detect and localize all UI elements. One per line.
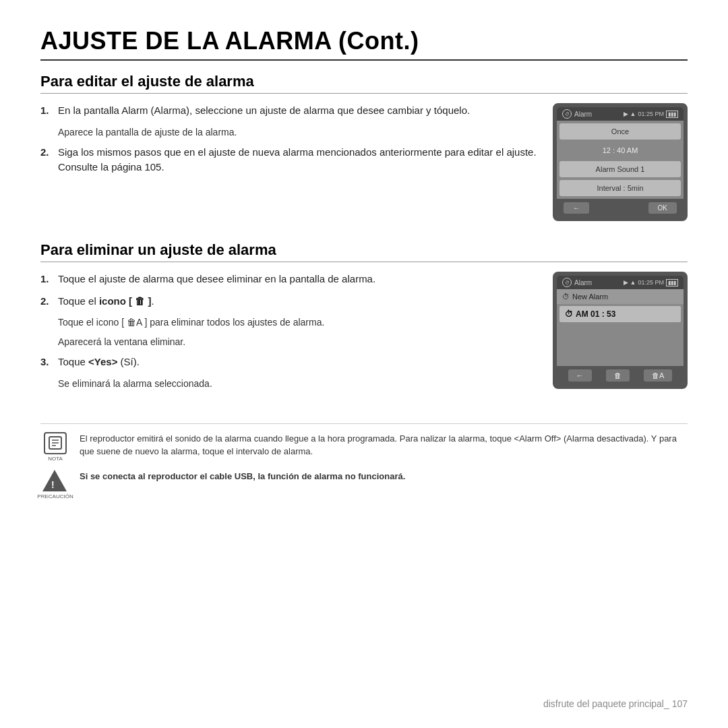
am-alarm-clock-icon: ⏱ [565,309,573,319]
device2-clock-icon: ⏱ [562,278,572,287]
device1-signal-icon: ▲ [630,111,636,117]
device1-mockup: ⏱ Alarm ▶ ▲ 01:25 PM ▮▮▮ Once [553,103,688,221]
s2-step2-text: Toque el icono [ 🗑 ]. [58,294,154,309]
section1: Para editar el ajuste de alarma 1. En la… [40,73,688,235]
section1-list: 1. En la pantalla Alarm (Alarma), selecc… [40,103,539,119]
s2-step2-bold: icono [ 🗑 ] [99,295,152,307]
device1-header-icons: ▶ ▲ 01:25 PM ▮▮▮ [624,111,678,118]
device2-signal-icon: ▲ [630,279,636,286]
device2-new-alarm-row: ⏱ New Alarm [557,289,684,304]
device2-delete-btn[interactable]: 🗑 [606,369,630,382]
note1-row: NOTA El reproductor emitirá el sonido de… [40,432,688,462]
s2-step3-sub: Se eliminará la alarma seleccionada. [58,377,539,391]
s2-step3-num: 3. [40,355,53,370]
am-alarm-label: AM 01 : 53 [576,309,615,319]
device2-header: ⏱ Alarm ▶ ▲ 01:25 PM ▮▮▮ [557,276,684,289]
section1-step1: 1. En la pantalla Alarm (Alarma), selecc… [40,103,539,119]
note1-icon-img [44,432,67,454]
device1-header: ⏱ Alarm ▶ ▲ 01:25 PM ▮▮▮ [557,107,684,121]
device2-battery: ▮▮▮ [666,279,678,286]
device2-header-left: ⏱ Alarm [562,278,592,287]
device2-title: Alarm [574,279,592,286]
note2-row: PRECAUCIÓN Si se conecta al reproductor … [40,470,688,499]
section2-content: 1. Toque el ajuste de alarma que desee e… [40,272,688,396]
s2-step2-sub1: Toque el icono [ 🗑A ] para eliminar todo… [58,315,539,330]
section2-step1: 1. Toque el ajuste de alarma que desee e… [40,272,539,287]
section2-step3: 3. Toque <Yes> (Sí). [40,355,539,370]
section1-content: 1. En la pantalla Alarm (Alarma), selecc… [40,103,688,221]
note-pencil-icon [47,435,63,451]
note2-text: Si se conecta al reproductor el cable US… [80,470,688,483]
section1-step2: 2. Siga los mismos pasos que en el ajust… [40,145,539,175]
device1-back-btn[interactable]: ← [564,202,589,214]
device1-time: 01:25 PM [638,111,664,117]
note1-text: El reproductor emitirá el sonido de la a… [80,432,688,458]
main-title: AJUSTE DE LA ALARMA (Cont.) [40,27,688,55]
step1-sub: Aparece la pantalla de ajuste de la alar… [58,125,539,140]
s2-step1-text: Toque el ajuste de alarma que desee elim… [58,272,375,287]
s2-step3-text: Toque <Yes> (Sí). [58,355,140,370]
device2-mockup: ⏱ Alarm ▶ ▲ 01:25 PM ▮▮▮ [553,272,688,389]
s2-step3-bold: <Yes> [88,356,117,367]
device2-delete-all-btn[interactable]: 🗑A [644,369,672,382]
device1-col: ⏱ Alarm ▶ ▲ 01:25 PM ▮▮▮ Once [553,103,688,221]
note1-icon: NOTA [40,432,70,462]
section1-list2: 2. Siga los mismos pasos que en el ajust… [40,145,539,175]
step2-num: 2. [40,145,53,175]
device2-time: 01:25 PM [638,279,664,286]
title-divider [40,59,688,61]
section2-title: Para eliminar un ajuste de alarma [40,241,688,262]
device2-col: ⏱ Alarm ▶ ▲ 01:25 PM ▮▮▮ [553,272,688,396]
device1-clock-icon: ⏱ [562,109,572,119]
step1-text: En la pantalla Alarm (Alarma), seleccion… [58,103,470,119]
device2-footer: ← 🗑 🗑A [557,366,684,385]
device1-footer: ← OK [557,199,684,217]
warning-icon-container [42,470,68,492]
section2-step2: 2. Toque el icono [ 🗑 ]. [40,294,539,309]
device1-row3: Alarm Sound 1 [559,161,681,177]
device2-am-alarm-row: ⏱ AM 01 : 53 [559,306,681,322]
section2-list: 1. Toque el ajuste de alarma que desee e… [40,272,539,309]
s2-step2-num: 2. [40,294,53,309]
nota-label: NOTA [48,456,63,462]
device1-row2: 12 : 40 AM [559,142,681,158]
device2-screen: ⏱ Alarm ▶ ▲ 01:25 PM ▮▮▮ [557,276,684,385]
notes-section: NOTA El reproductor emitirá el sonido de… [40,423,688,499]
note2-icon: PRECAUCIÓN [40,470,70,499]
page-footer: disfrute del paquete principal_ 107 [543,698,688,709]
new-alarm-clock-icon: ⏱ [562,293,570,301]
device2-header-icons: ▶ ▲ 01:25 PM ▮▮▮ [624,279,678,286]
step2-text: Siga los mismos pasos que en el ajuste d… [58,145,539,175]
device1-screen: ⏱ Alarm ▶ ▲ 01:25 PM ▮▮▮ Once [557,107,684,217]
section2-list2: 3. Toque <Yes> (Sí). [40,355,539,370]
section1-text-col: 1. En la pantalla Alarm (Alarma), selecc… [40,103,539,221]
s2-step1-num: 1. [40,272,53,287]
device1-header-left: ⏱ Alarm [562,109,592,119]
section1-title: Para editar el ajuste de alarma [40,73,688,94]
device1-play-icon: ▶ [624,111,628,117]
precaucion-label: PRECAUCIÓN [37,493,73,499]
device2-play-icon: ▶ [624,279,628,286]
device2-back-btn[interactable]: ← [568,369,592,382]
section2-text-col: 1. Toque el ajuste de alarma que desee e… [40,272,539,396]
warning-triangle-icon [42,470,67,491]
device1-row1: Once [559,123,681,140]
device1-ok-btn[interactable]: OK [648,202,677,214]
section2: Para eliminar un ajuste de alarma 1. Toq… [40,241,688,410]
s2-step2-sub2: Aparecerá la ventana eliminar. [58,335,539,349]
page-container: AJUSTE DE LA ALARMA (Cont.) Para editar … [0,0,728,728]
device2-spacer [557,324,684,365]
device1-row4: Interval : 5min [559,180,681,196]
device1-title: Alarm [574,111,592,118]
new-alarm-label: New Alarm [572,293,608,301]
device1-battery: ▮▮▮ [666,111,678,118]
step1-num: 1. [40,103,53,119]
